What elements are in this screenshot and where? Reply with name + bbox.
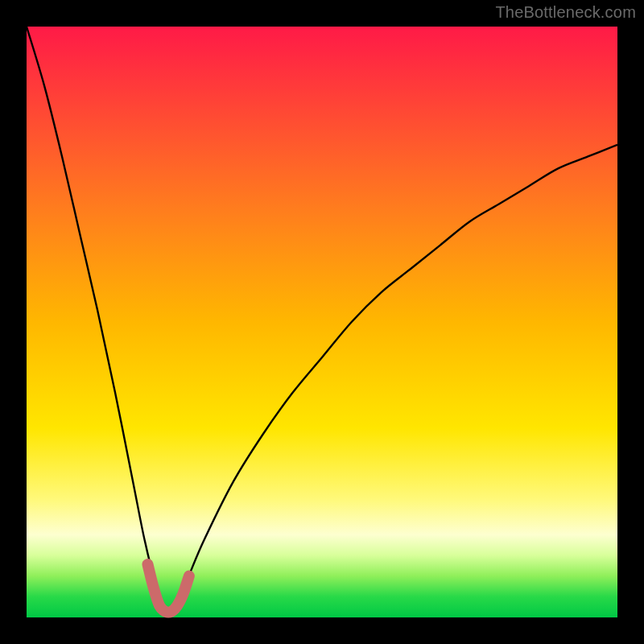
chart-svg [0, 0, 644, 644]
chart-frame: { "watermark": "TheBottleneck.com", "cha… [0, 0, 644, 644]
watermark-text: TheBottleneck.com [495, 3, 636, 22]
plot-background [27, 27, 617, 617]
